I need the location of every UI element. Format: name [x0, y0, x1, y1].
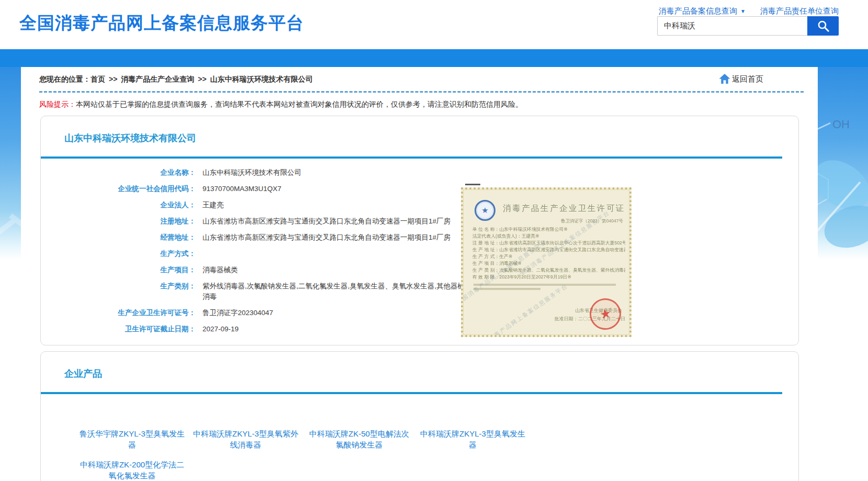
site-title: 全国消毒产品网上备案信息服务平台 — [19, 12, 304, 35]
svg-text:OH: OH — [832, 118, 850, 131]
field-row: 经营地址： 山东省潍坊市高新区潍安路与宝通街交叉路口东北角自动变速器一期项目1#… — [41, 232, 470, 243]
company-products-card: 企业产品 鲁沃华宇牌ZKYL-3型臭氧发生器 中科瑞沃牌ZKYL-3型臭氧紫外线… — [40, 351, 799, 481]
field-value: 山东省潍坊市高新区潍安路与宝通街交叉路口东北角自动变速器一期项目1#厂房 — [202, 232, 450, 243]
site-header: 全国消毒产品网上备案信息服务平台 消毒产品备案信息查询 ▼ 消毒产品责任单位查询 — [0, 0, 868, 49]
field-label: 生产项目： — [41, 265, 196, 275]
field-value: 91370700MA3M3U1QX7 — [202, 184, 281, 194]
small-dash-mark — [465, 184, 480, 185]
national-emblem-icon: ★ — [475, 200, 495, 221]
field-label: 企业统一社会信用代码： — [41, 184, 196, 194]
certificate-line: 单 位 名 称：山东中科瑞沃环境技术有限公司※ — [472, 226, 625, 233]
field-value: 消毒器械类 — [202, 265, 238, 275]
search-input[interactable] — [657, 16, 807, 36]
field-value: 山东中科瑞沃环境技术有限公司 — [202, 167, 301, 178]
company-info-card: 山东中科瑞沃环境技术有限公司 企业名称： 山东中科瑞沃环境技术有限公司 企业统一… — [40, 116, 799, 345]
section-divider — [41, 392, 782, 394]
breadcrumb-prefix: 您现在的位置： — [39, 75, 91, 83]
risk-notice-text: 本网站仅基于已掌握的信息提供查询服务，查询结果不代表本网站对被查询对象信用状况的… — [76, 100, 523, 108]
field-row: 生产项目： 消毒器械类 — [41, 265, 470, 275]
field-row: 生产类别： 紫外线消毒器,次氯酸钠发生器,二氧化氯发生器,臭氧发生器、臭氧水发生… — [41, 281, 470, 302]
back-home-label: 返回首页 — [732, 74, 763, 84]
field-value: 山东省潍坊市高新区潍安路与宝通街交叉路口东北角自动变速器一期项目1#厂房 — [202, 216, 450, 227]
top-nav: 消毒产品备案信息查询 ▼ 消毒产品责任单位查询 — [659, 6, 839, 16]
field-value: 2027-09-19 — [202, 324, 239, 334]
nav-filing-query-link[interactable]: 消毒产品备案信息查询 — [659, 6, 737, 16]
breadcrumb-separator: >> — [109, 75, 117, 83]
field-row: 生产方式： — [41, 249, 470, 259]
product-link[interactable]: 鲁沃华宇牌ZKYL-3型臭氧发生器 — [78, 428, 186, 450]
field-row: 注册地址： 山东省潍坊市高新区潍安路与宝通街交叉路口东北角自动变速器一期项目1#… — [41, 216, 470, 227]
breadcrumb-company-query-link[interactable]: 消毒产品生产企业查询 — [121, 75, 194, 83]
product-link[interactable]: 中科瑞沃牌ZK-50型电解法次氯酸钠发生器 — [306, 428, 413, 450]
field-row: 企业名称： 山东中科瑞沃环境技术有限公司 — [41, 167, 470, 178]
product-link[interactable]: 中科瑞沃牌ZKYL-3型臭氧紫外线消毒器 — [192, 428, 299, 450]
license-certificate-image: ★ 消毒产品生产企业卫生许可证 鲁卫消证字（2023）第04047号 单 位 名… — [461, 187, 632, 337]
search-icon — [816, 19, 830, 33]
field-value: 紫外线消毒器,次氯酸钠发生器,二氧化氯发生器,臭氧发生器、臭氧水发生器,其他器械… — [202, 281, 467, 302]
company-name-heading: 山东中科瑞沃环境技术有限公司 — [64, 132, 196, 144]
search-button[interactable] — [807, 16, 839, 36]
breadcrumb-current: 山东中科瑞沃环境技术有限公司 — [210, 75, 313, 83]
search-bar — [657, 16, 839, 36]
certificate-line: 注 册 地 址：山东省潍坊高新区玉清东街以北中心次干道以西高新大厦502号科研※ — [472, 240, 625, 247]
nav-filing-query[interactable]: 消毒产品备案信息查询 ▼ — [659, 6, 746, 16]
breadcrumb-separator: >> — [198, 75, 206, 83]
field-label: 生产类别： — [41, 281, 196, 302]
field-label: 注册地址： — [41, 216, 196, 227]
product-link[interactable]: 中科瑞沃牌ZK-200型化学法二氧化氯发生器 — [78, 459, 186, 481]
field-value: 鲁卫消证字202304047 — [202, 308, 273, 318]
field-row: 生产企业卫生许可证号： 鲁卫消证字202304047 — [41, 308, 470, 318]
field-label: 企业法人： — [41, 200, 196, 210]
certificate-fine-print — [474, 284, 616, 286]
back-home-link[interactable]: 返回首页 — [718, 73, 763, 84]
field-value: 王建亮 — [202, 200, 224, 210]
section-divider — [41, 156, 782, 159]
products-heading: 企业产品 — [64, 367, 102, 380]
certificate-watermark: 全国消毒产品网上备案信息服务平台 — [476, 282, 570, 337]
field-label: 经营地址： — [41, 232, 196, 243]
nav-responsible-unit-query-link[interactable]: 消毒产品责任单位查询 — [760, 6, 839, 16]
caret-down-icon: ▼ — [740, 8, 746, 14]
breadcrumb: 您现在的位置：首页>>消毒产品生产企业查询>>山东中科瑞沃环境技术有限公司 返回… — [21, 67, 818, 84]
red-seal-icon: ★ — [587, 295, 624, 332]
seal-star: ★ — [599, 306, 613, 322]
field-row: 企业法人： 王建亮 — [41, 200, 470, 210]
certificate-line: 法定代表人(或负责人)：王建亮※ — [472, 233, 625, 240]
field-label: 卫生许可证截止日期： — [41, 324, 196, 334]
field-label: 生产方式： — [41, 249, 196, 259]
banner-bar — [0, 49, 868, 67]
main-content: 您现在的位置：首页>>消毒产品生产企业查询>>山东中科瑞沃环境技术有限公司 返回… — [21, 67, 818, 481]
company-fields: 企业名称： 山东中科瑞沃环境技术有限公司 企业统一社会信用代码： 9137070… — [41, 167, 470, 340]
product-link[interactable]: 中科瑞沃牌ZKYL-3型臭氧发生器 — [419, 428, 526, 450]
field-row: 卫生许可证截止日期： 2027-09-19 — [41, 324, 470, 334]
product-list: 鲁沃华宇牌ZKYL-3型臭氧发生器 中科瑞沃牌ZKYL-3型臭氧紫外线消毒器 中… — [78, 428, 581, 481]
field-label: 企业名称： — [41, 167, 196, 178]
field-row: 企业统一社会信用代码： 91370700MA3M3U1QX7 — [41, 184, 470, 194]
home-icon — [718, 73, 731, 84]
certificate-line: 生 产 项 目：消毒器械※ — [472, 260, 625, 267]
risk-notice: 风险提示：本网站仅基于已掌握的信息提供查询服务，查询结果不代表本网站对被查询对象… — [21, 93, 818, 109]
field-label: 生产企业卫生许可证号： — [41, 308, 196, 318]
risk-notice-label: 风险提示： — [39, 100, 76, 108]
breadcrumb-home-link[interactable]: 首页 — [91, 75, 105, 83]
